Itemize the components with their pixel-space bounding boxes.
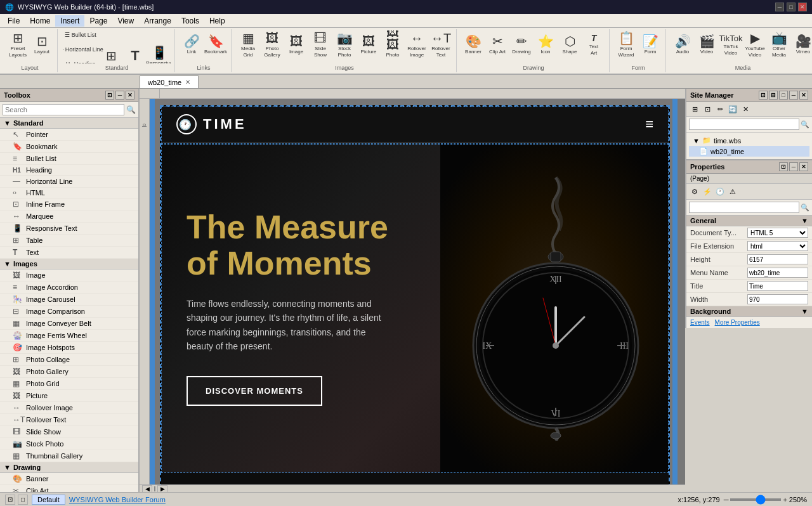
toolbox-category-drawing[interactable]: ▼ Drawing <box>0 462 138 473</box>
toolbar-picture[interactable]: 🖼 Picture <box>357 30 380 60</box>
prop-icon-warning[interactable]: ⚠ <box>727 186 738 197</box>
prop-value-extension[interactable]: html htm php <box>747 241 808 251</box>
prop-icon-settings[interactable]: ⚙ <box>689 186 700 197</box>
toolbar-slide-show[interactable]: 🎞 SlideShow <box>309 30 332 60</box>
tool-bullet-list[interactable]: ≡ Bullet List <box>0 153 138 165</box>
tool-banner[interactable]: 🎨 Banner <box>0 473 138 485</box>
site-manager-search-input[interactable] <box>689 119 799 130</box>
tool-clip-art[interactable]: ✂ Clip Art <box>0 485 138 492</box>
tool-picture[interactable]: 🖼 Picture <box>0 390 138 402</box>
tab-close-button[interactable]: ✕ <box>185 79 190 86</box>
toolbar-audio[interactable]: 🔊 Audio <box>671 30 694 60</box>
sm-toolbar-btn5[interactable]: ✕ <box>740 103 751 115</box>
zoom-slider[interactable] <box>730 498 781 501</box>
toolbox-minimize-btn[interactable]: ─ <box>115 91 124 100</box>
sm-toolbar-btn1[interactable]: ⊞ <box>689 103 700 115</box>
tool-image[interactable]: 🖼 Image <box>0 269 138 282</box>
toolbar-heading[interactable]: H₁ Heading <box>63 60 98 63</box>
wysiwyg-forum-link[interactable]: WYSIWYG Web Builder Forum <box>69 496 166 503</box>
zoom-plus-btn[interactable]: + <box>783 496 787 503</box>
toolbar-image[interactable]: 🖼 Image <box>285 30 308 60</box>
webpage-canvas[interactable]: 🕐 TIME ≡ The Measure of Moments Time flo… <box>160 105 670 484</box>
tool-heading[interactable]: H1 Heading <box>0 165 138 176</box>
canvas-left-handle[interactable] <box>150 99 155 484</box>
tool-image-comparison[interactable]: ⊟ Image Comparison <box>0 306 138 318</box>
tool-image-ferris[interactable]: 🎡 Image Ferris Wheel <box>0 330 138 342</box>
toolbar-text-art[interactable]: T TextArt <box>582 30 605 60</box>
prop-more-properties-link[interactable]: More Properties <box>715 319 760 326</box>
maximize-button[interactable]: □ <box>787 3 796 11</box>
sm-toolbar-btn3[interactable]: ✏ <box>714 103 726 115</box>
prop-value-title[interactable] <box>747 281 808 291</box>
tool-image-hotspots[interactable]: 🎯 Image Hotspots <box>0 342 138 354</box>
sm-btn1[interactable]: ⊡ <box>759 91 768 100</box>
toolbox-float-btn[interactable]: ⊡ <box>105 91 114 100</box>
tool-photo-grid[interactable]: ▦ Photo Grid <box>0 378 138 390</box>
tool-photo-gallery[interactable]: 🖼 Photo Gallery <box>0 366 138 378</box>
prop-value-width[interactable] <box>747 294 808 304</box>
prop-minimize-btn[interactable]: ─ <box>789 162 798 171</box>
menu-home[interactable]: Home <box>25 15 55 27</box>
h-scroll-thumb[interactable] <box>154 486 155 491</box>
prop-value-height[interactable] <box>747 254 808 264</box>
menu-insert[interactable]: Insert <box>55 15 84 27</box>
tool-html[interactable]: ‹› HTML <box>0 188 138 198</box>
toolbar-tiktok[interactable]: TikTok TikTokVideo <box>719 30 742 60</box>
prop-input-height[interactable] <box>747 254 808 264</box>
canvas-content[interactable]: 🕐 TIME ≡ The Measure of Moments Time flo… <box>150 99 685 484</box>
toolbar-photo-gallery[interactable]: 🖼 Photo Gallery <box>261 30 284 60</box>
prop-select-doctype[interactable]: HTML 5 HTML 4 XHTML <box>747 228 808 238</box>
toolbar-preset-layouts[interactable]: ⊞ PresetLayouts <box>6 30 29 60</box>
tool-marquee[interactable]: ↔ Marquee <box>0 211 138 223</box>
toolbox-category-images[interactable]: ▼ Images <box>0 259 138 269</box>
toolbar-icon[interactable]: ⭐ Icon <box>534 30 557 60</box>
tool-photo-collage[interactable]: ⊞ Photo Collage <box>0 354 138 366</box>
tool-rollover-image[interactable]: ↔ Rollover Image <box>0 402 138 414</box>
prop-float-btn[interactable]: ⊡ <box>779 162 788 171</box>
prop-value-menuname[interactable] <box>747 268 808 278</box>
properties-search-input[interactable] <box>689 202 799 213</box>
tree-item-wb20-time[interactable]: 📄 wb20_time <box>689 146 809 157</box>
toolbox-category-standard[interactable]: ▼ Standard <box>0 118 138 129</box>
menu-file[interactable]: File <box>3 15 25 27</box>
toolbar-link[interactable]: 🔗 Link <box>180 30 203 60</box>
tab-wb20-time[interactable]: wb20_time ✕ <box>140 75 199 88</box>
sm-btn5[interactable]: ✕ <box>799 91 808 100</box>
toolbar-stock-photo[interactable]: 📷 StockPhoto <box>333 30 356 60</box>
toolbar-drawing[interactable]: ✏ Drawing <box>510 30 533 60</box>
prop-input-title[interactable] <box>747 281 808 291</box>
toolbar-text[interactable]: T Text <box>124 45 147 64</box>
discover-moments-button[interactable]: DISCOVER MOMENTS <box>187 376 322 406</box>
tool-image-carousel[interactable]: 🎠 Image Carousel <box>0 294 138 306</box>
toolbar-bookmark[interactable]: 🔖 Bookmark <box>204 30 227 60</box>
toolbox-close-btn[interactable]: ✕ <box>126 91 134 100</box>
prop-events-link[interactable]: Events <box>690 319 710 326</box>
scroll-right-btn[interactable]: ▶ <box>157 485 167 493</box>
menu-tools[interactable]: Tools <box>176 15 204 27</box>
menu-help[interactable]: Help <box>204 15 230 27</box>
scroll-left-btn[interactable]: ◀ <box>142 485 152 493</box>
toolbar-layout[interactable]: ⊡ Layout <box>30 30 53 60</box>
tool-inline-frame[interactable]: ⊡ Inline Frame <box>0 198 138 211</box>
minimize-button[interactable]: ─ <box>775 3 784 11</box>
prop-close-btn[interactable]: ✕ <box>799 162 808 171</box>
hamburger-menu[interactable]: ≡ <box>645 116 653 133</box>
tool-pointer[interactable]: ↖ Pointer <box>0 129 138 141</box>
toolbar-responsive-text[interactable]: 📱 ResponsiveText <box>148 45 171 64</box>
prop-icon-events[interactable]: ⚡ <box>702 186 713 197</box>
canvas-right-handle[interactable] <box>672 99 678 484</box>
menu-view[interactable]: View <box>112 15 139 27</box>
toolbox-search-input[interactable] <box>3 104 124 115</box>
toolbar-media-grid[interactable]: ▦ Media Grid <box>237 30 259 60</box>
close-button[interactable]: ✕ <box>798 3 807 11</box>
zoom-minus-btn[interactable]: ─ <box>724 496 729 503</box>
toolbar-photo-collage[interactable]: 🖼🖼 PhotoCollage <box>381 30 404 60</box>
toolbar-rollover-image[interactable]: ↔ RolloverImage <box>405 30 428 60</box>
toolbar-banner[interactable]: 🎨 Banner <box>462 30 485 60</box>
toolbar-rollover-text[interactable]: ↔T RolloverText <box>429 30 452 60</box>
prop-value-doctype[interactable]: HTML 5 HTML 4 XHTML <box>747 228 808 238</box>
tool-text[interactable]: T Text <box>0 247 138 259</box>
tool-rollover-text[interactable]: ↔T Rollover Text <box>0 414 138 426</box>
default-btn[interactable]: Default <box>32 495 65 505</box>
tree-item-time-wbs[interactable]: ▼ 📁 time.wbs <box>689 135 809 146</box>
